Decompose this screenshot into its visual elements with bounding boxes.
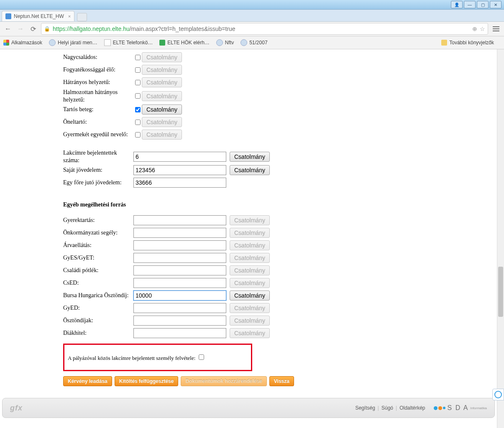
scrollbar-thumb[interactable] bbox=[498, 267, 503, 317]
address-bar[interactable]: 🔒 https://hallgato.neptun.elte.hu/main.a… bbox=[41, 23, 488, 35]
field-checkbox[interactable] bbox=[135, 132, 141, 138]
field-checkbox[interactable] bbox=[135, 120, 141, 125]
attachment-button[interactable]: Csatolmány bbox=[230, 265, 270, 275]
footer-sitemap-link[interactable]: Oldaltérkép bbox=[399, 405, 425, 411]
text-input[interactable] bbox=[133, 303, 226, 313]
field-label: Gyerektartás: bbox=[63, 217, 133, 224]
text-input[interactable] bbox=[133, 228, 226, 238]
attachment-button[interactable]: Csatolmány bbox=[142, 52, 182, 62]
submit-button[interactable]: Kérvény leadása bbox=[63, 376, 112, 386]
new-tab-button[interactable] bbox=[77, 13, 87, 21]
url-scheme: https:// bbox=[53, 25, 70, 32]
text-input[interactable] bbox=[133, 178, 226, 188]
attachment-button[interactable]: Csatolmány bbox=[142, 77, 182, 87]
attachment-button[interactable]: Csatolmány bbox=[230, 228, 270, 238]
footer-help-link[interactable]: Segítség bbox=[355, 405, 375, 411]
number-row: Saját jövedelem:Csatolmány bbox=[63, 164, 434, 176]
attachment-button[interactable]: Csatolmány bbox=[230, 240, 270, 250]
field-label: Lakcímre bejelentettek száma: bbox=[63, 149, 133, 164]
field-label: CsED: bbox=[63, 279, 133, 287]
bookmark-star-icon[interactable]: ☆ bbox=[480, 25, 485, 32]
attachment-button[interactable]: Csatolmány bbox=[142, 117, 182, 127]
other-row: Önkormányzati segély:Csatolmány bbox=[63, 227, 434, 239]
text-input[interactable] bbox=[133, 265, 226, 275]
field-label: Egy főre jutó jövedelem: bbox=[63, 179, 133, 186]
text-input[interactable] bbox=[133, 290, 226, 301]
window-maximize-button[interactable]: ▢ bbox=[477, 1, 489, 8]
reload-button[interactable]: ⟳ bbox=[28, 24, 38, 33]
window-user-icon[interactable]: 👤 bbox=[451, 1, 463, 8]
suspend-button[interactable]: Kitöltés felfüggesztése bbox=[115, 376, 179, 386]
text-input[interactable] bbox=[133, 152, 226, 162]
bookmark-item[interactable]: ELTE HÖK elérh… bbox=[159, 40, 209, 46]
check-row: Gyermekét egyedül nevelő:Csatolmány bbox=[63, 128, 434, 141]
attachment-button[interactable]: Csatolmány bbox=[230, 316, 270, 326]
text-input[interactable] bbox=[133, 165, 226, 175]
field-label: Ösztöndíjak: bbox=[63, 317, 133, 324]
bookmark-label: Nftv bbox=[225, 40, 234, 46]
text-input[interactable] bbox=[133, 240, 226, 250]
text-input[interactable] bbox=[133, 253, 226, 263]
globe-icon bbox=[49, 39, 56, 46]
field-checkbox[interactable] bbox=[135, 93, 141, 99]
other-row: GyES/GyET:Csatolmány bbox=[63, 252, 434, 264]
bookmark-item[interactable]: Nftv bbox=[216, 39, 234, 46]
add-person-checkbox[interactable] bbox=[199, 354, 204, 360]
check-row: Öneltartó:Csatolmány bbox=[63, 116, 434, 128]
url-path: /main.aspx?ctrl=h_templates&issub=true bbox=[130, 25, 235, 32]
text-input[interactable] bbox=[133, 215, 226, 225]
url-host: hallgato.neptun.elte.hu bbox=[70, 25, 130, 32]
attachment-button[interactable]: Csatolmány bbox=[230, 290, 270, 301]
tab-close-icon[interactable]: × bbox=[68, 14, 71, 19]
attachment-button[interactable]: Csatolmány bbox=[230, 303, 270, 313]
other-row: Árvaellátás:Csatolmány bbox=[63, 239, 434, 252]
other-row: Diákhitel:Csatolmány bbox=[63, 327, 434, 339]
window-titlebar: 👤 — ▢ ✕ bbox=[0, 0, 504, 10]
attachment-button[interactable]: Csatolmány bbox=[142, 130, 182, 140]
field-label: Hátrányos helyzetű: bbox=[63, 79, 133, 86]
attachment-button[interactable]: Csatolmány bbox=[230, 328, 270, 338]
apps-label: Alkalmazások bbox=[11, 40, 42, 46]
bookmark-item[interactable]: Helyi járati men… bbox=[49, 39, 97, 46]
teamviewer-badge[interactable] bbox=[492, 389, 504, 400]
attachment-button[interactable]: Csatolmány bbox=[230, 165, 270, 175]
attachment-button[interactable]: Csatolmány bbox=[230, 152, 270, 162]
attachment-button[interactable]: Csatolmány bbox=[142, 104, 182, 115]
attachment-button[interactable]: Csatolmány bbox=[230, 215, 270, 225]
bookmark-item[interactable]: 51/2007 bbox=[240, 39, 267, 46]
window-close-button[interactable]: ✕ bbox=[490, 1, 501, 8]
browser-tab[interactable]: Neptun.Net ELTE_HW × bbox=[2, 11, 74, 21]
browser-menu-button[interactable] bbox=[491, 24, 501, 33]
back-button-form[interactable]: Vissza bbox=[269, 376, 294, 386]
forward-button[interactable]: → bbox=[16, 24, 25, 33]
bookmark-label: 51/2007 bbox=[249, 40, 267, 46]
attachment-button[interactable]: Csatolmány bbox=[142, 65, 182, 75]
add-person-label: A pályázóval közös lakcímre bejelentett … bbox=[68, 355, 195, 361]
vertical-scrollbar[interactable] bbox=[497, 49, 504, 428]
text-input[interactable] bbox=[133, 278, 226, 288]
back-button[interactable]: ← bbox=[3, 24, 13, 33]
apps-button[interactable]: Alkalmazások bbox=[3, 40, 42, 46]
attachment-button[interactable]: Csatolmány bbox=[230, 253, 270, 263]
check-row: Fogyatékossággal élő:Csatolmány bbox=[63, 64, 434, 76]
zoom-icon[interactable]: ⊕ bbox=[472, 25, 477, 32]
bookmark-item[interactable]: ELTE Telefonkö… bbox=[104, 39, 153, 46]
attach-documents-button[interactable]: Dokumentumok hozzárendelése bbox=[181, 376, 266, 386]
field-checkbox[interactable] bbox=[135, 107, 141, 112]
field-label: Fogyatékossággal élő: bbox=[63, 66, 133, 74]
field-checkbox[interactable] bbox=[135, 80, 141, 85]
text-input[interactable] bbox=[133, 328, 226, 338]
action-bar: Kérvény leadása Kitöltés felfüggesztése … bbox=[63, 376, 434, 386]
teamviewer-icon bbox=[494, 391, 502, 398]
attachment-button[interactable]: Csatolmány bbox=[142, 91, 182, 101]
attachment-button[interactable]: Csatolmány bbox=[230, 278, 270, 288]
footer-sugo-link[interactable]: Súgó bbox=[381, 405, 393, 411]
field-checkbox[interactable] bbox=[135, 67, 141, 73]
text-input[interactable] bbox=[133, 316, 226, 326]
tab-title: Neptun.Net ELTE_HW bbox=[14, 13, 64, 19]
window-minimize-button[interactable]: — bbox=[464, 1, 476, 8]
other-bookmarks-button[interactable]: További könyvjelzők bbox=[441, 40, 494, 46]
browser-toolbar: ← → ⟳ 🔒 https://hallgato.neptun.elte.hu/… bbox=[0, 22, 504, 36]
bookmark-label: Helyi járati men… bbox=[58, 40, 97, 46]
field-checkbox[interactable] bbox=[135, 55, 141, 60]
